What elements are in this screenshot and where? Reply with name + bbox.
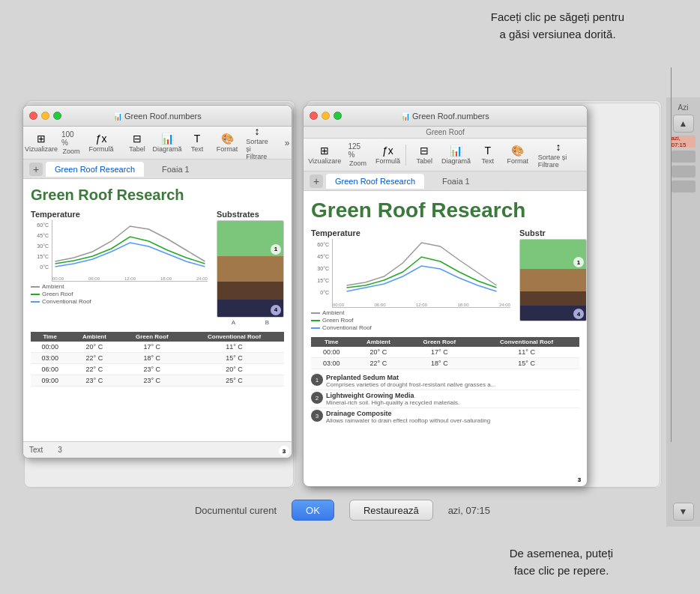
timeline-nav-down[interactable]: ▼ xyxy=(673,503,694,521)
text-icon-right: T xyxy=(485,145,492,157)
current-doc-label: Documentul curent xyxy=(195,505,277,516)
toolbar-chart-right[interactable]: 📊 Diagramă xyxy=(441,142,471,167)
col-conventional-right: Conventional Roof xyxy=(474,337,579,347)
chart-icon-right: 📊 xyxy=(450,145,462,157)
toolbar-formula[interactable]: ƒx Formulă xyxy=(88,130,115,155)
left-data-table: Time Ambient Green Roof Conventional Roo… xyxy=(31,332,284,387)
left-charts-row: Temperature 60°C 45°C 30°C 15°C 0°C xyxy=(31,210,284,326)
timeline-item-1[interactable] xyxy=(672,151,696,163)
traffic-lights-right xyxy=(310,112,342,120)
legend-ambient: Ambient xyxy=(31,283,208,290)
more-icon: » xyxy=(285,138,290,148)
add-tab-button[interactable]: + xyxy=(29,163,43,176)
right-sub-title: Substr xyxy=(519,228,579,237)
list-item: 1 Preplanted Sedum Mat Comprises varieti… xyxy=(311,372,579,390)
col-time-right: Time xyxy=(311,337,351,347)
table-row: 03:00 22° C 18° C 15° C xyxy=(31,353,284,364)
layer-gravel: 3 xyxy=(217,282,283,299)
col-ambient-right: Ambient xyxy=(351,337,405,347)
minimize-button-right[interactable] xyxy=(322,112,330,120)
left-window-stack: 📊 Green Roof.numbers ⊞ Vizualizare 100 %… xyxy=(22,105,292,487)
left-sub-title: Substrates xyxy=(217,210,284,219)
toolbar-text[interactable]: T Text xyxy=(184,130,211,155)
legend-green-roof: Green Roof xyxy=(31,291,208,297)
toolbar-view[interactable]: ⊞ Vizualizare xyxy=(28,130,55,155)
traffic-lights-left xyxy=(29,112,61,120)
view-icon-right: ⊞ xyxy=(320,145,329,157)
timeline-nav-up[interactable]: ▲ xyxy=(673,115,694,133)
left-toolbar: ⊞ Vizualizare 100 % Zoom ƒx Formulă ⊟ Ta… xyxy=(23,127,292,160)
toolbar-chart[interactable]: 📊 Diagramă xyxy=(154,130,181,155)
view-icon: ⊞ xyxy=(37,133,46,145)
layer-num-4-right: 4 xyxy=(573,309,584,319)
timeline-item-2[interactable] xyxy=(672,166,696,178)
tooltip-bottom: De asemenea, puteți face clic pe repere. xyxy=(468,545,655,579)
toolbar-sort[interactable]: ↕ Sortare și Filtrare xyxy=(244,123,271,163)
toolbar-view-right[interactable]: ⊞ Vizualizare xyxy=(308,142,341,167)
timeline-today-label: Azi xyxy=(678,103,689,112)
close-button-right[interactable] xyxy=(310,112,318,120)
toolbar-more[interactable]: » xyxy=(274,136,292,151)
layer-num-1: 1 xyxy=(271,244,281,255)
formula-icon-right: ƒx xyxy=(382,145,393,157)
right-substrate-box: Substr 1 2 3 4 xyxy=(519,228,579,331)
tab-green-roof-research-right[interactable]: Green Roof Research xyxy=(326,174,424,189)
toolbar-format-right[interactable]: 🎨 Format xyxy=(504,142,531,167)
col-conventional: Conventional Roof xyxy=(184,332,284,342)
right-doc-title: Green Roof Research xyxy=(311,198,579,222)
left-sheet-content: Green Roof Research Temperature 60°C 45°… xyxy=(23,179,292,441)
table-icon: ⊟ xyxy=(133,133,142,145)
tab-sheet-right[interactable]: Foaia 1 xyxy=(433,174,479,189)
restore-button[interactable]: Restaurează xyxy=(349,500,433,521)
toolbar-zoom[interactable]: 100 % Zoom xyxy=(58,128,85,157)
layer-gravel-right: 3 xyxy=(520,291,586,306)
add-tab-button-right[interactable]: + xyxy=(310,175,323,188)
minimize-button[interactable] xyxy=(41,112,49,120)
file-icon: 📊 xyxy=(113,112,124,121)
sort-icon-right: ↕ xyxy=(555,141,561,153)
toolbar-table[interactable]: ⊟ Tabel xyxy=(124,130,151,155)
timeline-item-3[interactable] xyxy=(672,181,696,193)
arrow-line-top xyxy=(671,67,672,442)
item-num: 1 xyxy=(311,374,323,386)
toolbar-table-right[interactable]: ⊟ Tabel xyxy=(411,142,438,167)
right-tabs: + Green Roof Research Foaia 1 xyxy=(304,172,587,191)
fullscreen-button[interactable] xyxy=(53,112,61,120)
left-window: 📊 Green Roof.numbers ⊞ Vizualizare 100 %… xyxy=(22,105,292,458)
list-item: 2 Lightweight Growing Media Mineral-rich… xyxy=(311,390,579,408)
toolbar-format[interactable]: 🎨 Format xyxy=(214,130,241,155)
layer-membrane: 4 xyxy=(217,300,283,317)
left-legend: Ambient Green Roof Conventional Roof xyxy=(31,283,208,305)
timeline-item-active[interactable]: azi, 07:15 xyxy=(672,136,696,148)
left-temp-chart-title: Temperature xyxy=(31,210,208,219)
close-button[interactable] xyxy=(29,112,37,120)
item-num: 3 xyxy=(311,410,323,422)
ok-button[interactable]: OK xyxy=(292,500,334,521)
fullscreen-button-right[interactable] xyxy=(334,112,342,120)
conventional-icon-right xyxy=(311,327,320,329)
left-bottom-bar: Text 3 xyxy=(23,441,292,458)
layer-num-1-right: 1 xyxy=(573,257,584,267)
right-window-title: 📊 Green Roof.numbers xyxy=(401,112,489,121)
right-titlebar: 📊 Green Roof.numbers xyxy=(304,106,587,127)
restore-bar: Documentul curent OK Restaurează azi, 07… xyxy=(22,494,663,527)
toolbar-formula-right[interactable]: ƒx Formulă xyxy=(374,142,401,167)
layer-membrane-right: 4 xyxy=(520,306,586,321)
right-data-table: Time Ambient Green Roof Conventional Roo… xyxy=(311,337,579,369)
toolbar-sort-right[interactable]: ↕ Sortare și Filtrare xyxy=(534,139,582,171)
left-substrate-box: Substrates 1 2 3 4 xyxy=(217,210,284,326)
layer-grass-right: 1 xyxy=(520,240,586,269)
substrate-labels: AB xyxy=(217,319,284,326)
right-temp-chart-box: Temperature 60°C 45°C 30°C 15°C 0°C xyxy=(311,228,510,331)
tab-green-roof-research-left[interactable]: Green Roof Research xyxy=(46,162,144,177)
toolbar-text-right[interactable]: T Text xyxy=(474,142,501,167)
left-doc-title: Green Roof Research xyxy=(31,187,284,204)
layer-soil: 2 xyxy=(217,256,283,282)
item-desc: Comprises varieties of drought frost-res… xyxy=(326,381,495,388)
toolbar-zoom-right[interactable]: 125 % Zoom xyxy=(344,140,371,169)
list-item: 3 Drainage Composite Allows rainwater to… xyxy=(311,408,579,425)
item-num: 2 xyxy=(311,392,323,404)
col-greenroof: Green Roof xyxy=(119,332,184,342)
right-legend: Ambient Green Roof Conventional Roof xyxy=(311,309,510,331)
tab-sheet-left[interactable]: Foaia 1 xyxy=(153,162,199,177)
